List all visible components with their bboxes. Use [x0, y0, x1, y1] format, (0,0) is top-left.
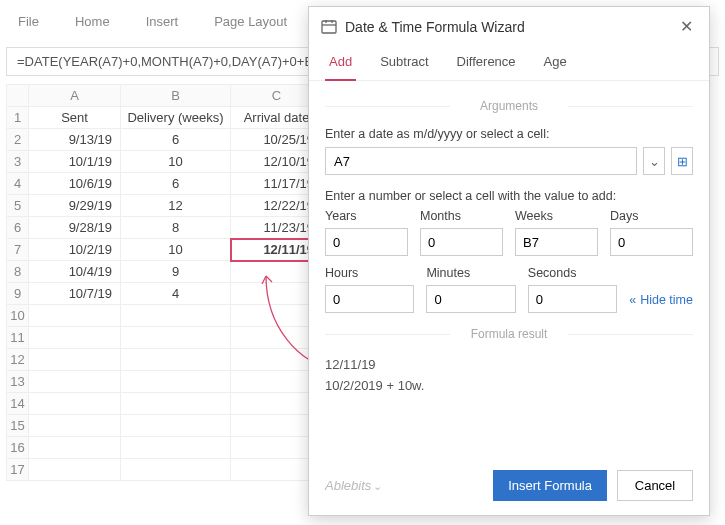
cell[interactable]: Sent — [29, 107, 121, 129]
row-header[interactable]: 11 — [7, 327, 29, 349]
cell[interactable]: 10/6/19 — [29, 173, 121, 195]
cell[interactable]: 10/4/19 — [29, 261, 121, 283]
minutes-label: Minutes — [426, 266, 515, 280]
days-label: Days — [610, 209, 693, 223]
weeks-input[interactable] — [515, 228, 598, 256]
col-header-b[interactable]: B — [121, 85, 231, 107]
row-header[interactable]: 9 — [7, 283, 29, 305]
cell[interactable]: 6 — [121, 129, 231, 151]
cell[interactable] — [121, 393, 231, 415]
svg-rect-0 — [322, 21, 336, 33]
minutes-input[interactable] — [426, 285, 515, 313]
row-header[interactable]: 10 — [7, 305, 29, 327]
cell[interactable]: 10/1/19 — [29, 151, 121, 173]
insert-formula-button[interactable]: Insert Formula — [493, 470, 607, 501]
row-header[interactable]: 5 — [7, 195, 29, 217]
cell[interactable] — [121, 437, 231, 459]
tab-subtract[interactable]: Subtract — [376, 46, 432, 80]
hours-input[interactable] — [325, 285, 414, 313]
chevron-down-icon: ⌄ — [649, 154, 660, 169]
row-header[interactable]: 8 — [7, 261, 29, 283]
close-button[interactable]: ✕ — [676, 17, 697, 36]
result-date: 12/11/19 — [325, 355, 693, 376]
cell[interactable] — [121, 415, 231, 437]
cell[interactable]: Delivery (weeks) — [121, 107, 231, 129]
tab-add[interactable]: Add — [325, 46, 356, 81]
cell[interactable] — [121, 349, 231, 371]
cell[interactable] — [29, 349, 121, 371]
cell[interactable] — [29, 437, 121, 459]
row-header[interactable]: 17 — [7, 459, 29, 481]
cell[interactable]: 10 — [121, 151, 231, 173]
cell[interactable]: 4 — [121, 283, 231, 305]
months-label: Months — [420, 209, 503, 223]
hide-time-link[interactable]: Hide time — [629, 293, 693, 313]
cell[interactable]: 9 — [121, 261, 231, 283]
months-input[interactable] — [420, 228, 503, 256]
weeks-label: Weeks — [515, 209, 598, 223]
cell[interactable]: 9/29/19 — [29, 195, 121, 217]
seconds-input[interactable] — [528, 285, 617, 313]
cell[interactable] — [29, 371, 121, 393]
chevron-down-icon: ⌄ — [373, 480, 382, 492]
ribbon-tab-insert[interactable]: Insert — [128, 8, 197, 35]
cell[interactable] — [29, 327, 121, 349]
cell[interactable] — [29, 305, 121, 327]
cell[interactable]: 12 — [121, 195, 231, 217]
tab-difference[interactable]: Difference — [453, 46, 520, 80]
row-header[interactable]: 2 — [7, 129, 29, 151]
date-input[interactable] — [325, 147, 637, 175]
row-header[interactable]: 12 — [7, 349, 29, 371]
row-header[interactable]: 13 — [7, 371, 29, 393]
section-arguments-label: Arguments — [325, 99, 693, 113]
row-header[interactable]: 4 — [7, 173, 29, 195]
cell[interactable] — [121, 459, 231, 481]
select-all-cell[interactable] — [7, 85, 29, 107]
cell[interactable]: 8 — [121, 217, 231, 239]
cell[interactable] — [121, 305, 231, 327]
dialog-title: Date & Time Formula Wizard — [345, 19, 525, 35]
hours-label: Hours — [325, 266, 414, 280]
cell[interactable]: 9/28/19 — [29, 217, 121, 239]
date-time-wizard-dialog: Date & Time Formula Wizard ✕ Add Subtrac… — [308, 6, 710, 516]
cell[interactable]: 10/2/19 — [29, 239, 121, 261]
row-header[interactable]: 1 — [7, 107, 29, 129]
formula-result: 12/11/19 10/2/2019 + 10w. — [325, 355, 693, 397]
row-header[interactable]: 6 — [7, 217, 29, 239]
row-header[interactable]: 3 — [7, 151, 29, 173]
date-field-label: Enter a date as m/d/yyyy or select a cel… — [325, 127, 693, 141]
cell[interactable]: 10/7/19 — [29, 283, 121, 305]
ribbon-tab-file[interactable]: File — [0, 8, 57, 35]
dialog-tabs: Add Subtract Difference Age — [309, 46, 709, 81]
wizard-icon — [321, 19, 337, 35]
col-header-a[interactable]: A — [29, 85, 121, 107]
date-dropdown-button[interactable]: ⌄ — [643, 147, 665, 175]
cell[interactable] — [121, 371, 231, 393]
section-result-label: Formula result — [325, 327, 693, 341]
cell[interactable] — [29, 459, 121, 481]
seconds-label: Seconds — [528, 266, 617, 280]
ribbon-tab-home[interactable]: Home — [57, 8, 128, 35]
cell[interactable]: 9/13/19 — [29, 129, 121, 151]
row-header[interactable]: 16 — [7, 437, 29, 459]
cell[interactable] — [29, 393, 121, 415]
cell-picker-icon: ⊞ — [677, 154, 688, 169]
cancel-button[interactable]: Cancel — [617, 470, 693, 501]
result-expression: 10/2/2019 + 10w. — [325, 376, 693, 397]
row-header[interactable]: 15 — [7, 415, 29, 437]
dialog-titlebar: Date & Time Formula Wizard ✕ — [309, 7, 709, 46]
years-label: Years — [325, 209, 408, 223]
tab-age[interactable]: Age — [540, 46, 571, 80]
years-input[interactable] — [325, 228, 408, 256]
row-header[interactable]: 7 — [7, 239, 29, 261]
number-field-label: Enter a number or select a cell with the… — [325, 189, 693, 203]
brand-label[interactable]: Ablebits⌄ — [325, 478, 382, 493]
days-input[interactable] — [610, 228, 693, 256]
cell[interactable]: 10 — [121, 239, 231, 261]
cell[interactable] — [29, 415, 121, 437]
cell-picker-button[interactable]: ⊞ — [671, 147, 693, 175]
cell[interactable]: 6 — [121, 173, 231, 195]
row-header[interactable]: 14 — [7, 393, 29, 415]
cell[interactable] — [121, 327, 231, 349]
ribbon-tab-page-layout[interactable]: Page Layout — [196, 8, 305, 35]
